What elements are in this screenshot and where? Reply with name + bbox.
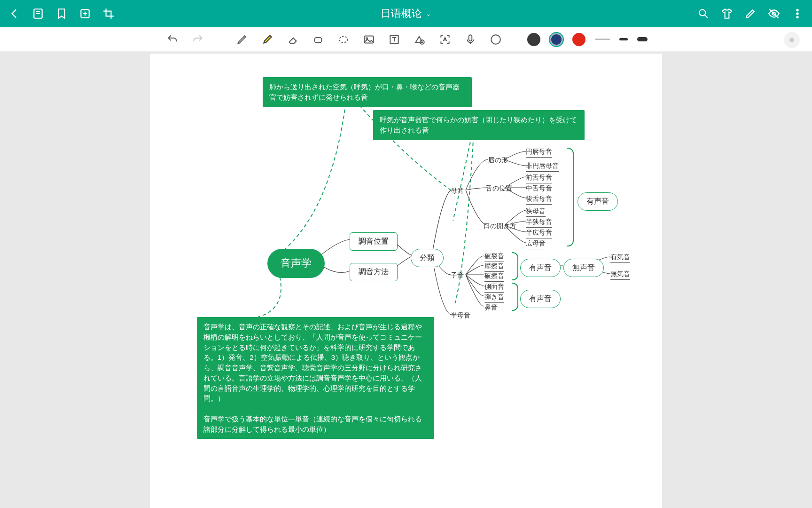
svg-point-12 <box>796 16 798 18</box>
canvas-area: 肺から送り出された空気（呼気）が口・鼻・喉などの音声器官で妨害されずに発せられる… <box>0 52 812 508</box>
svg-rect-13 <box>314 37 321 42</box>
back-icon[interactable] <box>8 8 21 20</box>
leaf-t3: 後舌母音 <box>526 195 552 205</box>
color-dark[interactable] <box>527 33 540 46</box>
stroke-thick[interactable] <box>637 37 648 41</box>
record-indicator[interactable] <box>784 32 800 48</box>
leaf-o2: 半狭母音 <box>526 218 552 228</box>
ocr-tool[interactable] <box>437 32 453 48</box>
svg-point-11 <box>796 13 798 14</box>
highlighter-tool[interactable] <box>259 32 275 48</box>
svg-point-20 <box>491 35 500 44</box>
svg-line-7 <box>705 15 708 18</box>
eye-off-icon[interactable] <box>768 8 780 20</box>
note-phonetics-desc: 音声学は、音声の正確な観察とその記述、および音声が生じる過程や機構の解明をねらい… <box>197 317 434 439</box>
leaf-c3: 破擦音 <box>484 272 504 282</box>
shirt-icon[interactable] <box>721 8 733 20</box>
brace-cons2 <box>512 283 518 311</box>
undo-button[interactable] <box>164 32 180 48</box>
leaf-c5: 弾き音 <box>484 293 504 303</box>
lasso-tool[interactable] <box>336 32 351 48</box>
leaf-lip1: 円唇母音 <box>526 148 552 158</box>
node-open: 口の開き方 <box>484 222 516 230</box>
node-consonant: 子音 <box>451 271 464 280</box>
node-manner: 調音方法 <box>350 263 398 281</box>
pill-voiced-cons: 有声音 <box>520 259 561 277</box>
document-title[interactable]: 日语概论 ⌄ <box>381 7 431 21</box>
text-tool[interactable] <box>386 32 402 48</box>
node-lip: 唇の形 <box>488 156 508 165</box>
redo-button[interactable] <box>190 32 206 48</box>
outline-icon[interactable] <box>32 8 44 20</box>
note-vowel-def: 肺から送り出された空気（呼気）が口・鼻・喉などの音声器官で妨害されずに発せられる… <box>263 77 472 107</box>
note-consonant-def: 呼気が音声器官で何らかの妨害（閉じたり狭めたり）を受けて作り出される音 <box>373 110 585 140</box>
color-red[interactable] <box>572 33 586 46</box>
node-vowel: 母音 <box>451 187 464 195</box>
mic-tool[interactable] <box>462 32 478 48</box>
leaf-o3: 半広母音 <box>526 229 552 238</box>
pill-voiced-cons2: 有声音 <box>520 290 561 308</box>
svg-rect-19 <box>469 35 472 41</box>
root-node: 音声学 <box>267 249 325 278</box>
tool-bar <box>0 27 812 52</box>
crop-icon[interactable] <box>102 8 115 20</box>
node-class: 分類 <box>411 249 444 267</box>
title-text: 日语概论 <box>381 7 422 21</box>
topbar-left <box>8 8 115 20</box>
node-semivowel: 半母音 <box>451 311 470 320</box>
pen-tool[interactable] <box>234 32 250 48</box>
leaf-asp: 有気音 <box>610 253 630 263</box>
eraser-tool[interactable] <box>285 32 301 48</box>
pill-voiced-vowel: 有声音 <box>578 192 618 211</box>
add-page-icon[interactable] <box>79 8 91 20</box>
more-icon[interactable] <box>791 8 804 20</box>
shape-tool[interactable] <box>412 32 428 48</box>
leaf-c6: 鼻音 <box>484 303 498 313</box>
soft-eraser-tool[interactable] <box>310 32 326 48</box>
leaf-lip2: 非円唇母音 <box>526 162 559 172</box>
leaf-t2: 中舌母音 <box>526 184 552 194</box>
leaf-unasp: 無気音 <box>610 270 630 280</box>
circle-tool[interactable] <box>488 32 504 48</box>
page[interactable]: 肺から送り出された空気（呼気）が口・鼻・喉などの音声器官で妨害されずに発せられる… <box>150 54 662 508</box>
svg-point-10 <box>796 9 798 11</box>
node-position: 調音位置 <box>350 232 398 251</box>
topbar-right <box>697 8 804 20</box>
stroke-thin[interactable] <box>595 39 610 40</box>
leaf-o4: 広母音 <box>526 239 546 249</box>
svg-rect-15 <box>364 36 374 43</box>
search-icon[interactable] <box>697 8 710 20</box>
leaf-o1: 狭母音 <box>526 207 546 217</box>
node-tongue: 舌の位置 <box>486 184 512 193</box>
brace-vowel <box>567 148 574 246</box>
top-bar: 日语概论 ⌄ <box>0 0 812 27</box>
svg-point-6 <box>699 9 705 16</box>
leaf-c4: 側面音 <box>484 283 504 293</box>
leaf-t1: 前舌母音 <box>526 174 552 183</box>
stroke-med[interactable] <box>619 38 628 40</box>
leaf-c2: 摩擦音 <box>484 262 504 272</box>
brace-cons1 <box>512 252 518 280</box>
color-navy-selected[interactable] <box>550 33 563 46</box>
chevron-down-icon: ⌄ <box>426 10 431 17</box>
image-tool[interactable] <box>361 32 377 48</box>
pencil-icon[interactable] <box>744 8 757 20</box>
svg-point-14 <box>339 36 347 42</box>
pill-voiceless: 無声音 <box>563 259 604 277</box>
leaf-c1: 破裂音 <box>484 252 504 262</box>
bookmark-icon[interactable] <box>55 8 68 20</box>
